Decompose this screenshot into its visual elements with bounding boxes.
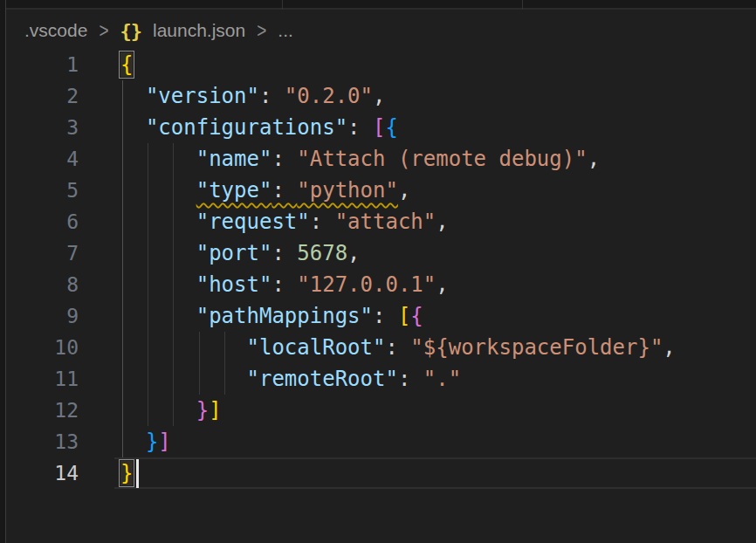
code-token: ,: [588, 147, 600, 171]
code-token: :: [271, 147, 297, 171]
chevron-right-icon: >: [257, 18, 266, 43]
line-number[interactable]: 3: [0, 112, 79, 143]
code-token: "host": [196, 272, 272, 297]
breadcrumb-file[interactable]: launch.json: [153, 20, 245, 41]
code-line[interactable]: 1{: [0, 49, 756, 80]
breadcrumb-symbol-more[interactable]: ...: [278, 20, 293, 41]
code-token: 5678: [297, 241, 347, 265]
line-number[interactable]: 6: [0, 206, 79, 237]
tab-separator: [282, 0, 283, 10]
code-token: }: [146, 430, 158, 454]
code-token: "pathMappings": [196, 304, 373, 328]
code-token: "request": [196, 210, 310, 234]
code-token: "name": [196, 147, 272, 171]
code-line[interactable]: 4 "name": "Attach (remote debug)",: [0, 143, 756, 175]
breadcrumb: .vscode > {} launch.json > ...: [24, 18, 293, 43]
breadcrumb-folder[interactable]: .vscode: [24, 20, 87, 41]
code-text: {: [120, 49, 133, 80]
code-token: [120, 241, 196, 265]
code-token: "attach": [335, 210, 436, 234]
code-text: }: [120, 457, 133, 489]
bracket-match: }: [120, 461, 133, 485]
chevron-right-icon: >: [99, 18, 108, 43]
code-token: "python": [297, 178, 398, 203]
code-token: :: [271, 178, 297, 203]
code-token: :: [398, 367, 423, 391]
code-line[interactable]: 6 "request": "attach",: [0, 206, 756, 237]
code-token: [120, 398, 196, 423]
code-line[interactable]: 9 "pathMappings": [{: [0, 300, 756, 332]
line-number[interactable]: 11: [0, 363, 79, 395]
code-token: :: [271, 272, 297, 297]
code-token: ,: [436, 272, 448, 297]
code-line[interactable]: 11 "remoteRoot": ".": [0, 363, 756, 395]
code-token: [120, 335, 247, 360]
code-line[interactable]: 5 "type": "python",: [0, 175, 756, 206]
code-token: [120, 430, 146, 454]
code-token: "port": [196, 241, 272, 265]
line-number[interactable]: 5: [0, 175, 79, 206]
code-line[interactable]: 8 "host": "127.0.0.1",: [0, 269, 756, 300]
code-editor[interactable]: 1{2 "version": "0.2.0",3 "configurations…: [0, 49, 756, 489]
code-text: "configurations": [{: [120, 112, 398, 143]
code-token: [: [373, 115, 385, 140]
code-token: {: [410, 304, 423, 328]
code-token: ]: [158, 430, 170, 454]
code-line[interactable]: 12 }]: [0, 395, 756, 426]
code-line[interactable]: 2 "version": "0.2.0",: [0, 80, 756, 112]
code-token: ,: [436, 210, 448, 234]
code-token: }: [196, 398, 209, 423]
line-number[interactable]: 1: [0, 49, 79, 80]
line-number[interactable]: 12: [0, 395, 79, 426]
code-token: ]: [209, 398, 221, 423]
line-number[interactable]: 7: [0, 237, 79, 269]
code-text: "remoteRoot": ".": [120, 363, 461, 395]
line-number[interactable]: 14: [0, 457, 79, 489]
code-token: "configurations": [146, 115, 347, 140]
line-number[interactable]: 2: [0, 80, 79, 112]
code-text: "type": "python",: [120, 175, 410, 206]
code-text: "host": "127.0.0.1",: [120, 269, 449, 300]
code-token: ,: [663, 335, 675, 360]
code-token: {: [385, 115, 397, 140]
code-line[interactable]: 14}: [0, 457, 756, 489]
line-number[interactable]: 8: [0, 269, 79, 300]
code-token: "type": [196, 178, 272, 203]
line-number[interactable]: 9: [0, 300, 79, 332]
tab-separator: [522, 0, 523, 10]
code-text: "version": "0.2.0",: [120, 80, 385, 112]
code-token: [120, 84, 146, 108]
code-token: "0.2.0": [285, 84, 373, 108]
code-token: "remoteRoot": [247, 367, 398, 391]
code-token: [120, 115, 146, 140]
code-token: :: [347, 115, 373, 140]
code-text: "localRoot": "${workspaceFolder}",: [120, 332, 676, 363]
code-line[interactable]: 10 "localRoot": "${workspaceFolder}",: [0, 332, 756, 363]
code-token: "127.0.0.1": [297, 272, 436, 297]
code-token: ".": [423, 367, 461, 391]
code-token: :: [310, 210, 335, 234]
line-number[interactable]: 13: [0, 426, 79, 457]
code-line[interactable]: 13 }]: [0, 426, 756, 457]
code-token: [120, 367, 247, 391]
code-text: "pathMappings": [{: [120, 300, 423, 332]
code-token: [120, 147, 196, 171]
code-token: [120, 178, 196, 203]
bracket-match: {: [120, 52, 133, 77]
code-line[interactable]: 3 "configurations": [{: [0, 112, 756, 143]
code-line[interactable]: 7 "port": 5678,: [0, 237, 756, 269]
code-token: :: [271, 241, 297, 265]
code-token: "version": [146, 84, 259, 108]
code-token: "${workspaceFolder}": [410, 335, 663, 360]
tab-bar: [0, 0, 756, 10]
code-token: "Attach (remote debug)": [297, 147, 587, 171]
text-cursor: [136, 459, 139, 488]
line-number[interactable]: 4: [0, 143, 79, 175]
code-token: ,: [347, 241, 360, 265]
code-token: :: [373, 304, 398, 328]
code-text: }]: [120, 395, 222, 426]
code-token: [120, 210, 196, 234]
code-token: ,: [398, 178, 410, 203]
code-token: "localRoot": [247, 335, 386, 360]
line-number[interactable]: 10: [0, 332, 79, 363]
